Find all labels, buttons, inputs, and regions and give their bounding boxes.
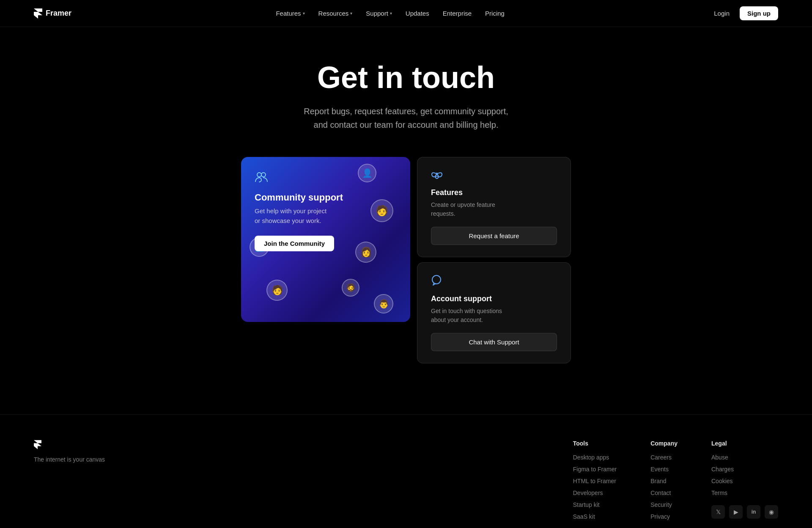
nav-item-updates[interactable]: Updates — [401, 7, 434, 19]
nav-item-features[interactable]: Features ▾ — [271, 7, 310, 19]
features-card-title: Features — [431, 188, 557, 197]
svg-point-3 — [432, 275, 441, 284]
svg-point-0 — [257, 173, 261, 177]
avatar-5: 👨 — [374, 294, 393, 314]
footer-legal-list: Abuse Charges Cookies Terms — [711, 454, 778, 497]
list-item[interactable]: SaaS kit — [573, 513, 617, 520]
nav-item-pricing[interactable]: Pricing — [480, 7, 510, 19]
list-item[interactable]: Privacy — [650, 513, 678, 520]
community-card-content: Community support Get help with your pro… — [255, 170, 397, 251]
footer-col-company: Company Careers Events Brand Contact Sec… — [650, 440, 678, 525]
account-card: Account support Get in touch with questi… — [417, 262, 571, 363]
hero-title: Get in touch — [0, 61, 812, 94]
community-card: 👤 🧑 👩 🧔 👨 🧑 👤 — [241, 157, 410, 322]
svg-point-2 — [436, 173, 438, 174]
twitter-icon[interactable]: 𝕏 — [711, 505, 725, 519]
footer-col-tools: Tools Desktop apps Figma to Framer HTML … — [573, 440, 617, 525]
footer-company-list: Careers Events Brand Contact Security Pr… — [650, 454, 678, 520]
footer-columns: Tools Desktop apps Figma to Framer HTML … — [573, 440, 778, 525]
list-item[interactable]: Events — [650, 465, 678, 473]
chat-bubble-icon — [431, 275, 557, 289]
list-item[interactable]: Charges — [711, 465, 778, 473]
chevron-down-icon: ▾ — [303, 11, 305, 16]
list-item[interactable]: Brand — [650, 477, 678, 485]
nav-item-support[interactable]: Support ▾ — [361, 7, 397, 19]
chat-support-button[interactable]: Chat with Support — [431, 333, 557, 351]
footer-tools-list: Desktop apps Figma to Framer HTML to Fra… — [573, 454, 617, 520]
footer-company-heading: Company — [650, 440, 678, 447]
svg-point-1 — [261, 173, 266, 177]
account-card-description: Get in touch with questions about your a… — [431, 307, 557, 324]
list-item[interactable]: Security — [650, 501, 678, 509]
chevron-down-icon: ▾ — [390, 11, 392, 16]
avatar-4: 🧔 — [342, 279, 359, 297]
list-item[interactable]: Startup kit — [573, 501, 617, 509]
list-item[interactable]: Contact — [650, 489, 678, 497]
footer-legal-heading: Legal — [711, 440, 778, 447]
hero-section: Get in touch Report bugs, request featur… — [0, 27, 812, 157]
account-card-title: Account support — [431, 294, 557, 303]
footer-tools-heading: Tools — [573, 440, 617, 447]
request-feature-button[interactable]: Request a feature — [431, 227, 557, 245]
footer-tagline: The internet is your canvas — [34, 456, 118, 463]
butterfly-icon — [431, 169, 557, 182]
footer-col-legal: Legal Abuse Charges Cookies Terms 𝕏 ▶ in… — [711, 440, 778, 525]
people-icon — [255, 170, 397, 185]
brand-logo[interactable]: Framer — [34, 8, 71, 19]
list-item[interactable]: HTML to Framer — [573, 477, 617, 485]
framer-logo-icon — [34, 8, 42, 19]
brand-name: Framer — [46, 9, 71, 18]
dribbble-icon[interactable]: ◉ — [765, 505, 778, 519]
cards-section: 👤 🧑 👩 🧔 👨 🧑 👤 — [0, 157, 812, 363]
avatar-6: 🧑 — [266, 280, 288, 301]
chevron-down-icon: ▾ — [350, 11, 352, 16]
cards-wrapper: 👤 🧑 👩 🧔 👨 🧑 👤 — [241, 157, 571, 363]
navbar: Framer Features ▾ Resources ▾ Support ▾ … — [0, 0, 812, 27]
list-item[interactable]: Cookies — [711, 477, 778, 485]
login-button[interactable]: Login — [709, 7, 735, 19]
list-item[interactable]: Terms — [711, 489, 778, 497]
footer-inner: The internet is your canvas Tools Deskto… — [34, 440, 778, 525]
nav-item-enterprise[interactable]: Enterprise — [438, 7, 477, 19]
nav-actions: Login Sign up — [709, 6, 778, 20]
nav-item-resources[interactable]: Resources ▾ — [313, 7, 358, 19]
nav-links: Features ▾ Resources ▾ Support ▾ Updates… — [271, 7, 510, 19]
features-card: Features Create or upvote featurerequest… — [417, 157, 571, 257]
youtube-icon[interactable]: ▶ — [729, 505, 743, 519]
signup-button[interactable]: Sign up — [740, 6, 778, 20]
community-card-title: Community support — [255, 192, 397, 203]
list-item[interactable]: Careers — [650, 454, 678, 461]
hero-subtitle: Report bugs, request features, get commu… — [296, 104, 516, 132]
social-icons: 𝕏 ▶ in ◉ — [711, 505, 778, 519]
list-item[interactable]: Abuse — [711, 454, 778, 461]
list-item[interactable]: Developers — [573, 489, 617, 497]
footer: The internet is your canvas Tools Deskto… — [0, 414, 812, 528]
linkedin-icon[interactable]: in — [747, 505, 760, 519]
list-item[interactable]: Desktop apps — [573, 454, 617, 461]
features-card-description: Create or upvote featurerequests. — [431, 201, 557, 218]
community-card-description: Get help with your project or showcase y… — [255, 206, 397, 226]
footer-brand: The internet is your canvas — [34, 440, 118, 463]
join-community-button[interactable]: Join the Community — [255, 236, 334, 251]
list-item[interactable]: Figma to Framer — [573, 465, 617, 473]
footer-framer-logo-icon — [34, 440, 41, 449]
right-panel: Features Create or upvote featurerequest… — [417, 157, 571, 363]
